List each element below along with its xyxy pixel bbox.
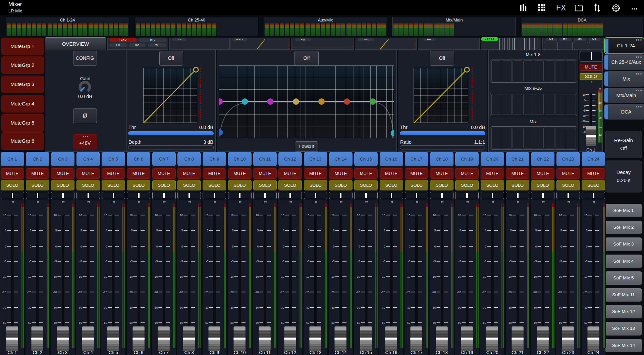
svg-text:-10: -10 [598,101,602,104]
svg-text:-30: -30 [582,125,586,128]
svg-text:FX: FX [556,3,566,12]
svg-text:-18: -18 [598,109,602,112]
svg-text:-5: -5 [583,109,586,112]
svg-text:0: 0 [599,87,601,90]
svg-text:-50: -50 [582,130,586,134]
svg-text:-10: -10 [582,114,586,118]
svg-text:-26: -26 [598,116,602,119]
svg-text:10: 10 [583,93,586,96]
svg-text:-40: -40 [598,126,602,129]
svg-text:0: 0 [584,104,586,107]
svg-text:5: 5 [584,98,586,102]
svg-text:-20: -20 [582,120,586,123]
svg-text:Ch 1: Ch 1 [586,148,595,152]
svg-text:-52: -52 [598,133,602,136]
